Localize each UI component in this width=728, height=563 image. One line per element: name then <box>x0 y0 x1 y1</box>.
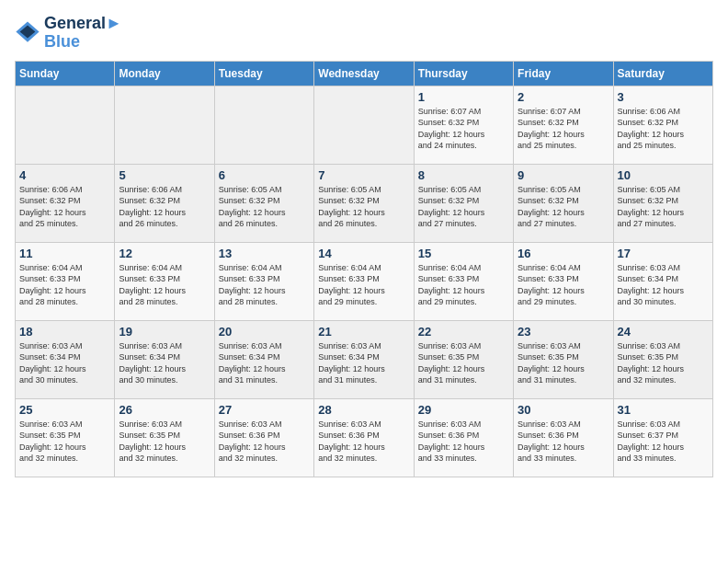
day-info: Sunrise: 6:04 AM Sunset: 6:33 PM Dayligh… <box>119 262 210 308</box>
day-info: Sunrise: 6:06 AM Sunset: 6:32 PM Dayligh… <box>119 184 210 230</box>
logo-text: General► Blue <box>44 15 122 52</box>
calendar-day: 21Sunrise: 6:03 AM Sunset: 6:34 PM Dayli… <box>314 320 414 398</box>
day-info: Sunrise: 6:05 AM Sunset: 6:32 PM Dayligh… <box>318 184 409 230</box>
day-number: 31 <box>618 403 709 417</box>
calendar-day: 29Sunrise: 6:03 AM Sunset: 6:36 PM Dayli… <box>414 398 513 477</box>
day-number: 3 <box>618 90 709 104</box>
day-number: 13 <box>219 247 310 260</box>
day-info: Sunrise: 6:04 AM Sunset: 6:33 PM Dayligh… <box>219 262 310 308</box>
calendar-day: 10Sunrise: 6:05 AM Sunset: 6:32 PM Dayli… <box>613 164 712 242</box>
calendar-day: 7Sunrise: 6:05 AM Sunset: 6:32 PM Daylig… <box>314 164 414 242</box>
calendar-day: 30Sunrise: 6:03 AM Sunset: 6:36 PM Dayli… <box>514 398 613 477</box>
day-info: Sunrise: 6:03 AM Sunset: 6:35 PM Dayligh… <box>518 340 609 386</box>
day-number: 8 <box>418 168 509 182</box>
day-info: Sunrise: 6:06 AM Sunset: 6:32 PM Dayligh… <box>618 106 709 152</box>
calendar-table: SundayMondayTuesdayWednesdayThursdayFrid… <box>15 61 713 477</box>
day-info: Sunrise: 6:03 AM Sunset: 6:34 PM Dayligh… <box>618 262 709 308</box>
calendar-day: 16Sunrise: 6:04 AM Sunset: 6:33 PM Dayli… <box>514 242 613 320</box>
day-info: Sunrise: 6:04 AM Sunset: 6:33 PM Dayligh… <box>418 262 509 308</box>
day-number: 12 <box>119 247 210 260</box>
day-number: 17 <box>618 247 709 260</box>
calendar-day: 17Sunrise: 6:03 AM Sunset: 6:34 PM Dayli… <box>613 242 712 320</box>
calendar-day: 31Sunrise: 6:03 AM Sunset: 6:37 PM Dayli… <box>613 398 712 477</box>
calendar-day: 3Sunrise: 6:06 AM Sunset: 6:32 PM Daylig… <box>613 86 712 164</box>
day-number: 27 <box>219 403 310 417</box>
day-number: 7 <box>318 168 409 182</box>
day-info: Sunrise: 6:03 AM Sunset: 6:34 PM Dayligh… <box>119 340 210 386</box>
calendar-week-4: 18Sunrise: 6:03 AM Sunset: 6:34 PM Dayli… <box>16 320 713 398</box>
calendar-header: SundayMondayTuesdayWednesdayThursdayFrid… <box>16 61 713 86</box>
day-info: Sunrise: 6:03 AM Sunset: 6:34 PM Dayligh… <box>219 340 310 386</box>
weekday-header-wednesday: Wednesday <box>314 61 414 86</box>
day-info: Sunrise: 6:03 AM Sunset: 6:36 PM Dayligh… <box>418 419 509 465</box>
day-number: 26 <box>119 403 210 417</box>
day-info: Sunrise: 6:04 AM Sunset: 6:33 PM Dayligh… <box>19 262 110 308</box>
day-info: Sunrise: 6:03 AM Sunset: 6:36 PM Dayligh… <box>318 419 409 465</box>
day-info: Sunrise: 6:03 AM Sunset: 6:35 PM Dayligh… <box>19 419 110 465</box>
weekday-header-monday: Monday <box>115 61 214 86</box>
calendar-day: 23Sunrise: 6:03 AM Sunset: 6:35 PM Dayli… <box>514 320 613 398</box>
day-info: Sunrise: 6:05 AM Sunset: 6:32 PM Dayligh… <box>219 184 310 230</box>
calendar-day: 22Sunrise: 6:03 AM Sunset: 6:35 PM Dayli… <box>414 320 513 398</box>
day-number: 30 <box>518 403 609 417</box>
calendar-day: 13Sunrise: 6:04 AM Sunset: 6:33 PM Dayli… <box>214 242 313 320</box>
day-number: 14 <box>318 247 409 260</box>
day-number: 19 <box>119 325 210 339</box>
logo-icon <box>15 20 40 46</box>
calendar-day: 28Sunrise: 6:03 AM Sunset: 6:36 PM Dayli… <box>314 398 414 477</box>
calendar-day: 18Sunrise: 6:03 AM Sunset: 6:34 PM Dayli… <box>16 320 115 398</box>
day-number: 10 <box>618 168 709 182</box>
day-number: 1 <box>418 90 509 104</box>
day-info: Sunrise: 6:03 AM Sunset: 6:34 PM Dayligh… <box>318 340 409 386</box>
day-info: Sunrise: 6:03 AM Sunset: 6:35 PM Dayligh… <box>119 419 210 465</box>
day-number: 25 <box>19 403 110 417</box>
day-info: Sunrise: 6:05 AM Sunset: 6:32 PM Dayligh… <box>518 184 609 230</box>
calendar-day: 26Sunrise: 6:03 AM Sunset: 6:35 PM Dayli… <box>115 398 214 477</box>
calendar-day: 25Sunrise: 6:03 AM Sunset: 6:35 PM Dayli… <box>16 398 115 477</box>
day-number: 24 <box>618 325 709 339</box>
day-number: 5 <box>119 168 210 182</box>
calendar-week-3: 11Sunrise: 6:04 AM Sunset: 6:33 PM Dayli… <box>16 242 713 320</box>
calendar-day: 15Sunrise: 6:04 AM Sunset: 6:33 PM Dayli… <box>414 242 513 320</box>
day-info: Sunrise: 6:04 AM Sunset: 6:33 PM Dayligh… <box>318 262 409 308</box>
day-number: 20 <box>219 325 310 339</box>
weekday-header-thursday: Thursday <box>414 61 513 86</box>
calendar-day: 1Sunrise: 6:07 AM Sunset: 6:32 PM Daylig… <box>414 86 513 164</box>
day-info: Sunrise: 6:03 AM Sunset: 6:35 PM Dayligh… <box>418 340 509 386</box>
day-info: Sunrise: 6:03 AM Sunset: 6:36 PM Dayligh… <box>518 419 609 465</box>
day-info: Sunrise: 6:06 AM Sunset: 6:32 PM Dayligh… <box>19 184 110 230</box>
calendar-day: 5Sunrise: 6:06 AM Sunset: 6:32 PM Daylig… <box>115 164 214 242</box>
calendar-day: 20Sunrise: 6:03 AM Sunset: 6:34 PM Dayli… <box>214 320 313 398</box>
day-info: Sunrise: 6:05 AM Sunset: 6:32 PM Dayligh… <box>618 184 709 230</box>
calendar-day: 19Sunrise: 6:03 AM Sunset: 6:34 PM Dayli… <box>115 320 214 398</box>
calendar-day <box>314 86 414 164</box>
calendar-day <box>214 86 313 164</box>
calendar-day: 11Sunrise: 6:04 AM Sunset: 6:33 PM Dayli… <box>16 242 115 320</box>
day-number: 29 <box>418 403 509 417</box>
weekday-header-tuesday: Tuesday <box>214 61 313 86</box>
day-info: Sunrise: 6:03 AM Sunset: 6:37 PM Dayligh… <box>618 419 709 465</box>
day-number: 18 <box>19 325 110 339</box>
day-number: 9 <box>518 168 609 182</box>
calendar-week-2: 4Sunrise: 6:06 AM Sunset: 6:32 PM Daylig… <box>16 164 713 242</box>
calendar-day: 14Sunrise: 6:04 AM Sunset: 6:33 PM Dayli… <box>314 242 414 320</box>
day-number: 21 <box>318 325 409 339</box>
page-header: General► Blue <box>15 15 713 52</box>
weekday-header-friday: Friday <box>514 61 613 86</box>
day-number: 22 <box>418 325 509 339</box>
day-info: Sunrise: 6:07 AM Sunset: 6:32 PM Dayligh… <box>518 106 609 152</box>
calendar-day <box>16 86 115 164</box>
day-info: Sunrise: 6:03 AM Sunset: 6:35 PM Dayligh… <box>618 340 709 386</box>
day-info: Sunrise: 6:07 AM Sunset: 6:32 PM Dayligh… <box>418 106 509 152</box>
day-number: 23 <box>518 325 609 339</box>
calendar-day: 9Sunrise: 6:05 AM Sunset: 6:32 PM Daylig… <box>514 164 613 242</box>
day-info: Sunrise: 6:05 AM Sunset: 6:32 PM Dayligh… <box>418 184 509 230</box>
day-info: Sunrise: 6:03 AM Sunset: 6:36 PM Dayligh… <box>219 419 310 465</box>
logo: General► Blue <box>15 15 122 52</box>
calendar-day: 27Sunrise: 6:03 AM Sunset: 6:36 PM Dayli… <box>214 398 313 477</box>
day-number: 28 <box>318 403 409 417</box>
weekday-header-sunday: Sunday <box>16 61 115 86</box>
calendar-day: 6Sunrise: 6:05 AM Sunset: 6:32 PM Daylig… <box>214 164 313 242</box>
calendar-day <box>115 86 214 164</box>
calendar-day: 2Sunrise: 6:07 AM Sunset: 6:32 PM Daylig… <box>514 86 613 164</box>
